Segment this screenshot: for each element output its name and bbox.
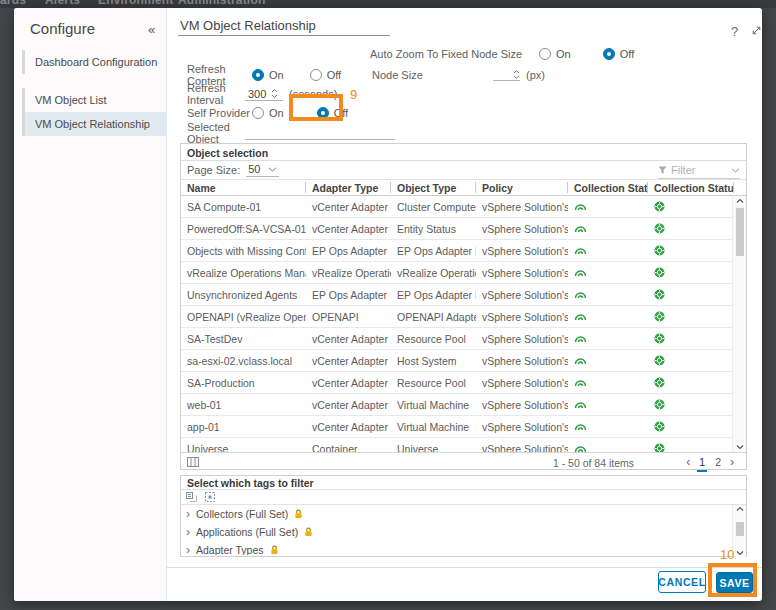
table-row[interactable]: Unsynchronized AgentsEP Ops AdapterEP Op…	[181, 284, 734, 306]
help-icon[interactable]: ?	[731, 24, 738, 39]
cell-collection-state	[568, 444, 648, 452]
cell-adapter-type: EP Ops Adapter	[306, 289, 391, 301]
column-header-name[interactable]: Name	[181, 180, 306, 196]
cell-adapter-type: vCenter Adapter	[306, 333, 391, 345]
save-button[interactable]: SAVE	[716, 572, 753, 593]
column-header-adapter-type[interactable]: Adapter Type	[306, 180, 391, 196]
step-9-label: 9	[350, 87, 357, 102]
cell-collection-status	[648, 399, 734, 410]
table-row[interactable]: web-01vCenter AdapterVirtual MachinevSph…	[181, 394, 734, 416]
cell-object-type: vRealize Operations..	[391, 267, 476, 279]
menu-item[interactable]: Administration	[178, 0, 265, 7]
self-provider-on-radio[interactable]: On	[252, 107, 284, 119]
table-row[interactable]: OPENAPI (vRealize Operatio..OPENAPIOPENA…	[181, 306, 734, 328]
sidebar-item[interactable]: VM Object List	[25, 88, 167, 112]
table-row[interactable]: Objects with Missing Configu..EP Ops Ada…	[181, 240, 734, 262]
tag-label: Applications (Full Set)	[196, 526, 298, 538]
filter-placeholder: Filter	[671, 164, 695, 176]
self-provider-off-radio[interactable]: Off	[317, 107, 348, 119]
cell-adapter-type: Container	[306, 443, 391, 453]
collection-state-collecting-icon	[574, 268, 587, 277]
collection-state-collecting-icon	[574, 224, 587, 233]
sidebar-item[interactable]: Dashboard Configuration	[25, 50, 167, 74]
collection-status-ok-icon	[654, 245, 665, 256]
expand-dialog-icon[interactable]	[751, 25, 762, 36]
next-page-icon[interactable]: ›	[730, 457, 734, 468]
cell-policy: vSphere Solution's D..	[476, 267, 568, 279]
table-scrollbar[interactable]	[732, 196, 746, 452]
table-row[interactable]: app-01vCenter AdapterVirtual MachinevSph…	[181, 416, 734, 438]
refresh-content-off-radio[interactable]: Off	[310, 69, 341, 81]
tag-scrollbar[interactable]	[732, 505, 746, 557]
scroll-down-icon[interactable]	[736, 550, 744, 556]
top-menu: ardsAlertsEnvironmentAdministration	[0, 0, 776, 8]
lock-icon	[294, 509, 303, 519]
cell-object-type: Virtual Machine	[391, 399, 476, 411]
table-row[interactable]: vRealize Operations Manage..vRealize Ope…	[181, 262, 734, 284]
spinner-icon[interactable]	[271, 88, 278, 100]
self-provider-label: Self Provider	[187, 107, 252, 119]
menu-item[interactable]: Environment	[98, 0, 174, 7]
table-row[interactable]: SA-TestDevvCenter AdapterResource PoolvS…	[181, 328, 734, 350]
auto-zoom-on-radio[interactable]: On	[539, 48, 571, 60]
page-number[interactable]: 2	[714, 456, 722, 468]
cell-collection-state	[568, 334, 648, 343]
tag-tree-item[interactable]: ›Collectors (Full Set)	[181, 505, 746, 523]
filter-input[interactable]: Filter	[658, 164, 740, 179]
prev-page-icon[interactable]: ‹	[686, 457, 690, 468]
collection-status-ok-icon	[654, 377, 665, 388]
tag-tree-item[interactable]: ›Adapter Types	[181, 541, 746, 555]
node-size-input[interactable]	[493, 69, 520, 81]
column-header-object-type[interactable]: Object Type	[391, 180, 476, 196]
tag-tree-item[interactable]: ›Applications (Full Set)	[181, 523, 746, 541]
tree-expand-icon[interactable]: ›	[186, 545, 190, 555]
auto-zoom-label: Auto Zoom To Fixed Node Size	[370, 48, 522, 60]
cell-policy: vSphere Solution's D..	[476, 333, 568, 345]
tree-expand-icon[interactable]: ›	[186, 509, 190, 519]
scroll-up-icon[interactable]	[736, 506, 744, 512]
widget-title-input[interactable]: VM Object Relationship	[178, 18, 390, 36]
cell-name: web-01	[181, 399, 306, 411]
column-header-collection-state[interactable]: Collection State	[568, 180, 648, 196]
table-row[interactable]: SA-ProductionvCenter AdapterResource Poo…	[181, 372, 734, 394]
page-number[interactable]: 1	[698, 456, 706, 468]
collapse-sidebar-icon[interactable]: «	[148, 22, 155, 37]
cell-collection-status	[648, 289, 734, 300]
auto-zoom-off-radio[interactable]: Off	[603, 48, 634, 60]
deselect-all-icon[interactable]	[205, 492, 215, 502]
menu-item[interactable]: Alerts	[45, 0, 80, 7]
tree-expand-icon[interactable]: ›	[186, 527, 190, 537]
menu-item[interactable]: ards	[0, 0, 26, 7]
scroll-up-icon[interactable]	[736, 198, 744, 204]
cell-object-type: Cluster Compute Re..	[391, 201, 476, 213]
refresh-interval-input[interactable]: 300	[245, 88, 283, 101]
table-row[interactable]: PoweredOff:SA-VCSA-01vCenter AdapterEnti…	[181, 218, 734, 240]
cancel-button[interactable]: CANCEL	[658, 571, 706, 593]
collection-state-collecting-icon	[574, 334, 587, 343]
cell-collection-status	[648, 421, 734, 432]
spinner-icon[interactable]	[513, 69, 520, 80]
refresh-content-on-radio[interactable]: On	[252, 69, 284, 81]
tag-toolbar	[181, 490, 746, 505]
cell-policy: vSphere Solution's D..	[476, 201, 568, 213]
column-header-collection-status[interactable]: Collection Status	[648, 180, 734, 196]
scroll-down-icon[interactable]	[736, 444, 744, 450]
column-chooser-icon[interactable]	[187, 457, 199, 467]
refresh-interval-unit: (seconds)	[289, 88, 337, 100]
scroll-thumb[interactable]	[736, 208, 744, 256]
cell-name: SA-TestDev	[181, 333, 306, 345]
scroll-thumb[interactable]	[736, 522, 744, 536]
table-row[interactable]: SA Compute-01vCenter AdapterCluster Comp…	[181, 196, 734, 218]
sidebar-nav-group: Dashboard Configuration	[22, 50, 167, 74]
page-size-select[interactable]: 50	[246, 163, 279, 177]
table-row[interactable]: sa-esxi-02.vclass.localvCenter AdapterHo…	[181, 350, 734, 372]
table-row[interactable]: UniverseContainerUniversevSphere Solutio…	[181, 438, 734, 452]
column-header-policy[interactable]: Policy	[476, 180, 568, 196]
radio-icon	[252, 69, 264, 81]
cell-name: OPENAPI (vRealize Operatio..	[181, 311, 306, 323]
tag-label: Collectors (Full Set)	[196, 508, 288, 520]
sidebar-item[interactable]: VM Object Relationship	[25, 112, 167, 136]
collapse-all-icon[interactable]	[186, 492, 197, 502]
table-toolbar: Page Size: 50 Filter	[181, 161, 746, 180]
selected-object-input[interactable]	[245, 126, 395, 140]
